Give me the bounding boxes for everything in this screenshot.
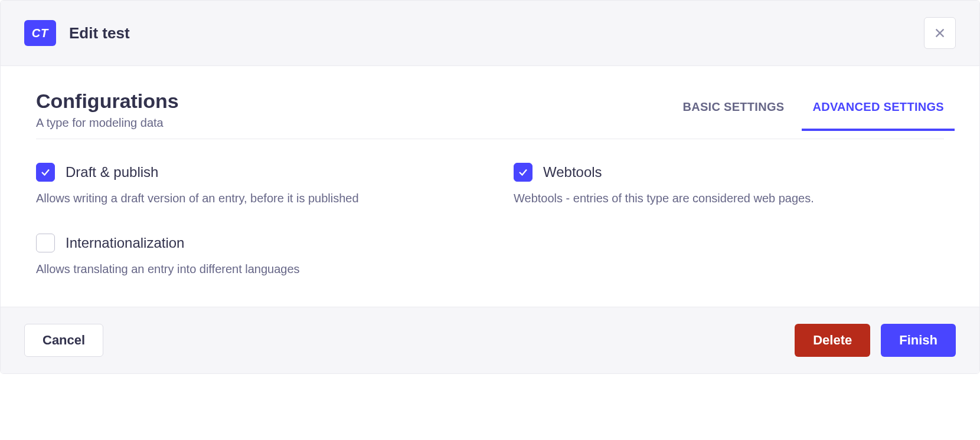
tab-advanced-settings[interactable]: ADVANCED SETTINGS bbox=[812, 100, 944, 130]
header-left: CT Edit test bbox=[24, 20, 130, 46]
option-draft-publish: Draft & publish Allows writing a draft v… bbox=[36, 163, 466, 206]
option-label: Webtools bbox=[543, 164, 602, 180]
options-grid: Draft & publish Allows writing a draft v… bbox=[36, 163, 944, 277]
option-description: Allows translating an entry into differe… bbox=[36, 261, 466, 277]
cancel-button[interactable]: Cancel bbox=[24, 324, 103, 357]
tab-basic-settings[interactable]: BASIC SETTINGS bbox=[682, 100, 784, 130]
section-title: Configurations bbox=[36, 90, 179, 113]
option-row: Internationalization bbox=[36, 234, 466, 252]
delete-button[interactable]: Delete bbox=[795, 324, 870, 357]
title-block: Configurations A type for modeling data bbox=[36, 90, 179, 130]
settings-tabs: BASIC SETTINGS ADVANCED SETTINGS bbox=[682, 100, 944, 130]
option-row: Webtools bbox=[514, 163, 944, 182]
modal-body: Configurations A type for modeling data … bbox=[1, 66, 979, 307]
checkbox-internationalization[interactable] bbox=[36, 234, 55, 252]
option-internationalization: Internationalization Allows translating … bbox=[36, 234, 466, 277]
option-webtools: Webtools Webtools - entries of this type… bbox=[514, 163, 944, 206]
option-description: Webtools - entries of this type are cons… bbox=[514, 190, 944, 206]
modal-footer: Cancel Delete Finish bbox=[1, 307, 979, 373]
footer-right: Delete Finish bbox=[795, 324, 956, 357]
check-icon bbox=[518, 167, 528, 178]
edit-test-modal: CT Edit test Configurations A type for m… bbox=[0, 0, 980, 374]
section-subtitle: A type for modeling data bbox=[36, 116, 179, 130]
modal-header: CT Edit test bbox=[1, 1, 979, 66]
modal-title: Edit test bbox=[69, 24, 130, 42]
checkbox-webtools[interactable] bbox=[514, 163, 533, 182]
check-icon bbox=[40, 167, 51, 178]
close-button[interactable] bbox=[924, 17, 956, 49]
body-header: Configurations A type for modeling data … bbox=[36, 90, 944, 139]
checkbox-draft-publish[interactable] bbox=[36, 163, 55, 182]
option-label: Internationalization bbox=[66, 235, 184, 251]
option-description: Allows writing a draft version of an ent… bbox=[36, 190, 466, 206]
close-icon bbox=[933, 27, 946, 40]
option-label: Draft & publish bbox=[66, 164, 158, 180]
option-row: Draft & publish bbox=[36, 163, 466, 182]
finish-button[interactable]: Finish bbox=[881, 324, 956, 357]
content-type-badge: CT bbox=[24, 20, 56, 46]
